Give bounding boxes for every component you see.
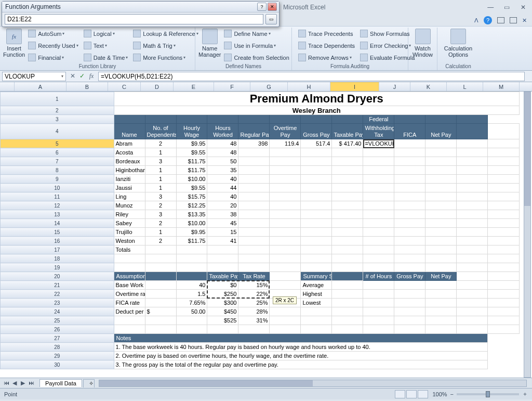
cell[interactable]: Abram (114, 139, 145, 148)
cell[interactable]: 40 (207, 192, 238, 201)
cell[interactable]: $10.00 (176, 175, 207, 184)
cell[interactable] (238, 175, 270, 184)
cell[interactable] (301, 115, 332, 124)
tab-payroll-data[interactable]: Payroll Data (39, 379, 82, 387)
cell[interactable] (425, 115, 457, 124)
cell[interactable] (425, 245, 457, 254)
cell[interactable] (425, 148, 457, 157)
cell[interactable]: $11.75 (176, 237, 207, 245)
cell[interactable] (394, 148, 425, 157)
cell[interactable] (238, 210, 270, 219)
header-cell[interactable]: No. ofDependents (145, 124, 176, 139)
cell[interactable] (394, 115, 425, 124)
lookup-ref-button[interactable]: Lookup & Reference▾ (131, 28, 200, 40)
zoom-slider[interactable] (457, 393, 519, 395)
row-header[interactable]: 19 (1, 263, 114, 272)
cell[interactable]: 3 (145, 210, 176, 219)
row-header[interactable]: 11 (1, 192, 114, 201)
cell[interactable] (301, 166, 332, 175)
row-header[interactable]: 17 (1, 245, 114, 254)
cell[interactable] (301, 228, 332, 237)
cell[interactable] (332, 210, 363, 219)
cancel-formula-icon[interactable]: ✕ (68, 72, 77, 80)
cell[interactable] (332, 115, 363, 124)
row-header[interactable]: 15 (1, 228, 114, 237)
cell[interactable] (425, 157, 457, 166)
cell[interactable]: $ 417.40 (332, 139, 363, 148)
cell[interactable] (488, 201, 520, 210)
cell[interactable]: $9.55 (176, 148, 207, 157)
use-in-formula-button[interactable]: Use in Formula▾ (222, 40, 291, 51)
close-button[interactable]: ✕ (268, 3, 277, 11)
cell[interactable]: 398 (238, 139, 270, 148)
name-manager-button[interactable]: Name Manager (198, 28, 221, 63)
header-cell[interactable] (457, 124, 488, 139)
cell[interactable] (270, 148, 301, 157)
cell[interactable] (238, 237, 270, 245)
cell[interactable] (332, 175, 363, 184)
cell[interactable] (270, 115, 301, 124)
cell[interactable]: 1 (145, 148, 176, 157)
cell[interactable] (114, 325, 145, 334)
header-cell[interactable]: HourlyWage (176, 124, 207, 139)
row-header[interactable]: 8 (1, 166, 114, 175)
col-C[interactable]: C (108, 82, 141, 91)
cell[interactable] (332, 201, 363, 210)
col-F[interactable]: F (214, 82, 250, 91)
cell[interactable] (488, 184, 520, 192)
cell[interactable] (238, 184, 270, 192)
cell[interactable] (270, 192, 301, 201)
cell[interactable] (394, 166, 425, 175)
cell[interactable] (301, 184, 332, 192)
cell[interactable] (270, 228, 301, 237)
cell[interactable] (238, 245, 270, 254)
cell[interactable]: 40 (207, 175, 238, 184)
trace-dependents-button[interactable]: Trace Dependents (296, 40, 357, 51)
row-header[interactable]: 1 (1, 92, 114, 106)
cell[interactable] (270, 210, 301, 219)
cell[interactable] (394, 184, 425, 192)
cell[interactable] (270, 245, 301, 254)
row-header[interactable]: 14 (1, 219, 114, 228)
cell[interactable] (488, 210, 520, 219)
cell[interactable] (425, 325, 457, 334)
cell[interactable]: 3 (145, 192, 176, 201)
cell[interactable] (425, 219, 457, 228)
ribbon-chevron-icon[interactable]: ᐱ (474, 17, 478, 24)
cell[interactable] (488, 254, 520, 263)
cell[interactable] (145, 245, 176, 254)
enter-formula-icon[interactable]: ✓ (77, 72, 87, 80)
cell[interactable] (301, 157, 332, 166)
cell[interactable] (363, 166, 394, 175)
col-E[interactable]: E (174, 82, 214, 91)
cell[interactable] (363, 192, 394, 201)
cell[interactable] (114, 115, 145, 124)
row-header[interactable]: 3 (1, 115, 114, 124)
cell[interactable] (457, 148, 488, 157)
col-G[interactable]: G (250, 82, 288, 91)
header-cell[interactable]: HoursWorked (207, 124, 238, 139)
cell[interactable] (488, 325, 520, 334)
cell[interactable]: $13.35 (176, 210, 207, 219)
cell[interactable] (207, 245, 238, 254)
cell[interactable] (145, 325, 176, 334)
cell[interactable] (394, 254, 425, 263)
tab-next-icon[interactable]: ▶ (19, 380, 27, 386)
col-B[interactable]: B (66, 82, 108, 91)
math-trig-button[interactable]: Math & Trig▾ (131, 40, 200, 51)
cell[interactable] (332, 148, 363, 157)
cell[interactable] (457, 228, 488, 237)
cell[interactable] (270, 184, 301, 192)
cell[interactable]: Federal (363, 115, 394, 124)
cell[interactable] (363, 175, 394, 184)
cell[interactable] (488, 192, 520, 201)
watch-window-button[interactable]: Watch Window (411, 28, 434, 69)
tab-add[interactable]: ✧ (83, 379, 95, 387)
logical-button[interactable]: Logical▾ (82, 28, 130, 40)
expand-dialog-button[interactable]: ▭ (265, 14, 277, 24)
cell[interactable]: 3 (145, 157, 176, 166)
cell[interactable]: 50 (207, 157, 238, 166)
name-box[interactable]: VLOOKUP▾ (2, 72, 66, 81)
cell[interactable] (394, 245, 425, 254)
help-icon[interactable]: ? (484, 16, 492, 24)
